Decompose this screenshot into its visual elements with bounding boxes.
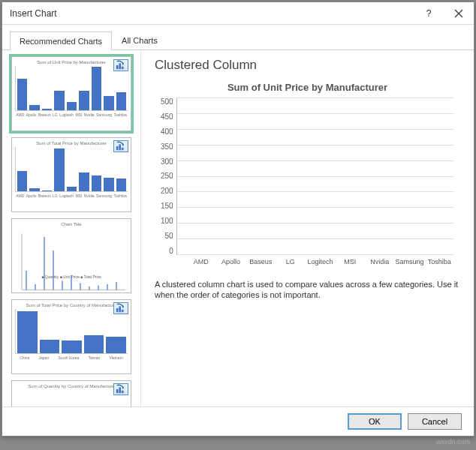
x-label: MSI — [335, 258, 365, 266]
x-axis: AMDApolloBaseusLGLogitechMSINvidiaSamsun… — [161, 258, 454, 266]
svg-rect-19 — [116, 308, 119, 312]
svg-rect-20 — [119, 306, 121, 312]
tab-recommended[interactable]: Recommended Charts — [10, 32, 112, 50]
svg-rect-24 — [122, 391, 124, 394]
x-label: Apollo — [216, 258, 246, 266]
thumb-title: Sum of Total Price by Manufacturer — [15, 141, 128, 146]
thumb-chart-title[interactable]: Chart Title ■ Quantity ■ Unit Price ■ To… — [11, 218, 131, 293]
plot-area — [176, 98, 454, 255]
thumb-xlabels: ChinaJapanSouth KoreaTaiwanVietnam — [15, 356, 128, 360]
titlebar: Insert Chart ? — [2, 2, 474, 25]
x-label: AMD — [186, 258, 216, 266]
insert-chart-dialog: Insert Chart ? Recommended Charts All Ch… — [2, 2, 474, 436]
svg-rect-1 — [119, 63, 121, 69]
chart-description: A clustered column chart is used to comp… — [155, 279, 460, 301]
thumbnail-list[interactable]: Sum of Unit Price by Manufacturer AMDApo… — [2, 50, 141, 406]
thumb-sum-unit-price[interactable]: Sum of Unit Price by Manufacturer AMDApo… — [11, 56, 131, 131]
chart-preview: Clustered Column Sum of Unit Price by Ma… — [141, 50, 474, 406]
svg-rect-0 — [116, 65, 119, 69]
svg-rect-21 — [122, 310, 124, 313]
chart-type-heading: Clustered Column — [155, 58, 460, 73]
chart-title: Sum of Unit Price by Manufacturer — [161, 82, 454, 93]
thumb-xlabels: AMDApolloBaseusLGLogitechMSINvidiaSamsun… — [15, 194, 128, 198]
dialog-footer: OK Cancel — [2, 406, 474, 436]
ok-button[interactable]: OK — [348, 413, 402, 430]
x-label: Toshiba — [424, 258, 454, 266]
chart-area[interactable]: Sum of Unit Price by Manufacturer 500450… — [155, 77, 460, 272]
thumb-title: Sum of Total Price by Country of Manufac… — [15, 303, 128, 308]
thumb-xlabels: AMDApolloBaseusLGLogitechMSINvidiaSamsun… — [15, 112, 128, 117]
help-button[interactable]: ? — [414, 3, 444, 24]
thumb-title: Sum of Quantity by Country of Manufactur… — [15, 384, 128, 388]
close-button[interactable] — [444, 3, 474, 24]
thumb-sum-total-price[interactable]: Sum of Total Price by Manufacturer AMDAp… — [11, 137, 131, 212]
chart-type-icon — [113, 140, 128, 152]
x-label: Logitech — [306, 258, 336, 266]
y-axis: 500450400350300250200150100500 — [161, 98, 176, 255]
chart-type-icon — [113, 302, 128, 314]
dialog-title: Insert Chart — [10, 8, 414, 19]
watermark: wsxdn.com — [436, 438, 470, 446]
dialog-body: Sum of Unit Price by Manufacturer AMDApo… — [2, 50, 474, 406]
x-label: Baseus — [246, 258, 276, 266]
thumb-quantity-by-country[interactable]: Sum of Quantity by Country of Manufactur… — [11, 380, 131, 406]
tabs: Recommended Charts All Charts — [2, 25, 474, 50]
chart-type-icon — [113, 383, 128, 395]
close-icon — [454, 9, 463, 18]
help-icon: ? — [426, 8, 432, 19]
thumb-title: Sum of Unit Price by Manufacturer — [15, 60, 128, 64]
x-label: LG — [276, 258, 306, 266]
thumb-total-by-country[interactable]: Sum of Total Price by Country of Manufac… — [11, 299, 131, 374]
svg-rect-22 — [116, 389, 119, 393]
x-label: Samsung — [395, 258, 425, 266]
thumb-title: Chart Title — [15, 222, 128, 226]
svg-rect-3 — [116, 146, 119, 150]
chart-type-icon — [113, 59, 128, 71]
chart-plot: 500450400350300250200150100500 — [161, 98, 454, 255]
x-label: Nvidia — [365, 258, 395, 266]
svg-rect-4 — [119, 144, 121, 150]
svg-rect-2 — [122, 67, 124, 70]
tab-all-charts[interactable]: All Charts — [112, 31, 167, 50]
svg-rect-5 — [122, 148, 124, 151]
cancel-button[interactable]: Cancel — [408, 413, 462, 430]
svg-rect-23 — [119, 387, 121, 393]
